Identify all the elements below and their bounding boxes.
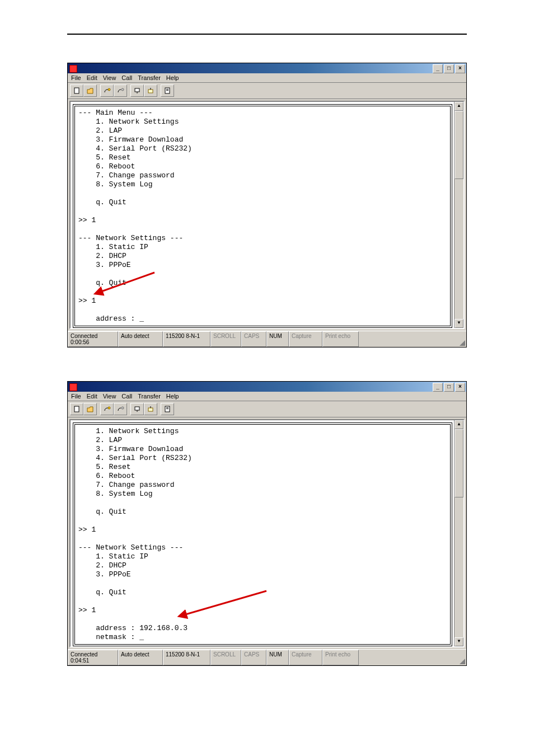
vertical-scrollbar[interactable]: ▲ ▼ bbox=[454, 420, 463, 646]
status-connected: Connected 0:04:51 bbox=[68, 650, 118, 665]
terminal-area[interactable]: --- Main Menu --- 1. Network Settings 2.… bbox=[69, 101, 465, 329]
close-button[interactable]: × bbox=[455, 383, 465, 392]
minimize-button[interactable]: _ bbox=[433, 383, 443, 392]
new-file-icon bbox=[73, 87, 81, 95]
scroll-thumb[interactable] bbox=[455, 429, 463, 497]
maximize-button[interactable]: □ bbox=[444, 64, 454, 73]
statusbar: Connected 0:00:56 Auto detect 115200 8-N… bbox=[68, 331, 466, 347]
app-icon bbox=[69, 383, 77, 391]
status-echo: Print echo bbox=[322, 331, 359, 347]
disconnect-icon bbox=[116, 87, 124, 95]
open-file-icon bbox=[86, 87, 94, 95]
connect-button[interactable] bbox=[100, 403, 114, 415]
status-scroll: SCROLL bbox=[210, 331, 241, 347]
menu-transfer[interactable]: Transfer bbox=[138, 393, 161, 400]
disconnect-icon bbox=[116, 405, 124, 413]
minimize-button[interactable]: _ bbox=[433, 64, 443, 73]
menubar: File Edit View Call Transfer Help bbox=[68, 73, 466, 83]
status-capture: Capture bbox=[289, 650, 322, 665]
disconnect-button[interactable] bbox=[114, 403, 127, 415]
terminal-area[interactable]: 1. Network Settings 2. LAP 3. Firmware D… bbox=[69, 419, 465, 647]
scroll-up-button[interactable]: ▲ bbox=[455, 420, 463, 429]
new-file-icon bbox=[73, 405, 81, 413]
close-button[interactable]: × bbox=[455, 64, 465, 73]
properties-button[interactable] bbox=[161, 403, 174, 415]
svg-rect-4 bbox=[148, 90, 153, 93]
status-caps: CAPS bbox=[241, 650, 266, 665]
receive-button[interactable] bbox=[144, 403, 157, 415]
status-port: 115200 8-N-1 bbox=[163, 331, 210, 347]
new-file-button[interactable] bbox=[70, 403, 83, 415]
status-connected: Connected 0:00:56 bbox=[68, 331, 118, 347]
menubar: File Edit View Call Transfer Help bbox=[68, 392, 466, 401]
menu-help[interactable]: Help bbox=[166, 74, 179, 81]
svg-rect-3 bbox=[135, 88, 139, 92]
menu-file[interactable]: File bbox=[71, 393, 81, 400]
resize-grip[interactable] bbox=[457, 650, 466, 665]
menu-view[interactable]: View bbox=[103, 74, 116, 81]
new-file-button[interactable] bbox=[70, 84, 83, 97]
menu-transfer[interactable]: Transfer bbox=[138, 74, 161, 81]
status-echo: Print echo bbox=[322, 650, 359, 665]
terminal-output: 1. Network Settings 2. LAP 3. Firmware D… bbox=[73, 422, 452, 646]
status-caps: CAPS bbox=[241, 331, 266, 347]
app-icon bbox=[69, 65, 77, 73]
terminal-output: --- Main Menu --- 1. Network Settings 2.… bbox=[73, 104, 452, 328]
divider bbox=[67, 34, 467, 35]
vertical-scrollbar[interactable]: ▲ ▼ bbox=[454, 102, 463, 328]
connect-icon bbox=[103, 87, 111, 95]
status-detect: Auto detect bbox=[118, 331, 163, 347]
svg-rect-0 bbox=[74, 88, 79, 93]
svg-rect-16 bbox=[166, 408, 168, 409]
menu-edit[interactable]: Edit bbox=[87, 74, 97, 81]
titlebar[interactable]: _ □ × bbox=[68, 63, 466, 73]
send-icon bbox=[133, 405, 141, 413]
receive-icon bbox=[147, 87, 154, 95]
svg-rect-15 bbox=[166, 407, 168, 408]
open-file-button[interactable] bbox=[83, 84, 97, 97]
svg-rect-12 bbox=[135, 407, 139, 410]
menu-help[interactable]: Help bbox=[166, 393, 179, 400]
svg-rect-6 bbox=[166, 89, 168, 90]
menu-edit[interactable]: Edit bbox=[87, 393, 97, 400]
open-file-icon bbox=[86, 405, 94, 413]
status-port: 115200 8-N-1 bbox=[163, 650, 210, 665]
svg-rect-7 bbox=[166, 90, 168, 91]
resize-grip[interactable] bbox=[457, 331, 466, 347]
receive-button[interactable] bbox=[144, 84, 157, 97]
send-button[interactable] bbox=[130, 84, 144, 97]
svg-point-1 bbox=[108, 88, 110, 91]
connect-button[interactable] bbox=[100, 84, 114, 97]
scroll-thumb[interactable] bbox=[455, 111, 463, 179]
properties-icon bbox=[163, 87, 171, 95]
menu-call[interactable]: Call bbox=[121, 393, 132, 400]
svg-point-10 bbox=[108, 407, 110, 409]
svg-point-11 bbox=[121, 407, 124, 409]
hyperterminal-window-1: _ □ × File Edit View Call Transfer Help bbox=[67, 63, 467, 348]
disconnect-button[interactable] bbox=[114, 84, 127, 97]
connect-icon bbox=[103, 405, 111, 413]
status-num: NUM bbox=[266, 650, 289, 665]
svg-rect-9 bbox=[74, 406, 79, 412]
svg-rect-13 bbox=[148, 408, 153, 411]
statusbar: Connected 0:04:51 Auto detect 115200 8-N… bbox=[68, 649, 466, 665]
scroll-up-button[interactable]: ▲ bbox=[455, 102, 463, 111]
status-scroll: SCROLL bbox=[210, 650, 241, 665]
receive-icon bbox=[147, 405, 154, 413]
titlebar[interactable]: _ □ × bbox=[68, 382, 466, 392]
toolbar bbox=[68, 83, 466, 99]
menu-view[interactable]: View bbox=[103, 393, 116, 400]
scroll-down-button[interactable]: ▼ bbox=[455, 637, 463, 646]
svg-point-2 bbox=[121, 88, 124, 91]
scroll-down-button[interactable]: ▼ bbox=[455, 319, 463, 328]
menu-call[interactable]: Call bbox=[121, 74, 132, 81]
maximize-button[interactable]: □ bbox=[444, 383, 454, 392]
properties-icon bbox=[163, 405, 171, 413]
status-num: NUM bbox=[266, 331, 289, 347]
menu-file[interactable]: File bbox=[71, 74, 81, 81]
toolbar bbox=[68, 401, 466, 417]
hyperterminal-window-2: _ □ × File Edit View Call Transfer Help bbox=[67, 381, 467, 666]
properties-button[interactable] bbox=[161, 84, 174, 97]
open-file-button[interactable] bbox=[83, 403, 97, 415]
send-button[interactable] bbox=[130, 403, 144, 415]
